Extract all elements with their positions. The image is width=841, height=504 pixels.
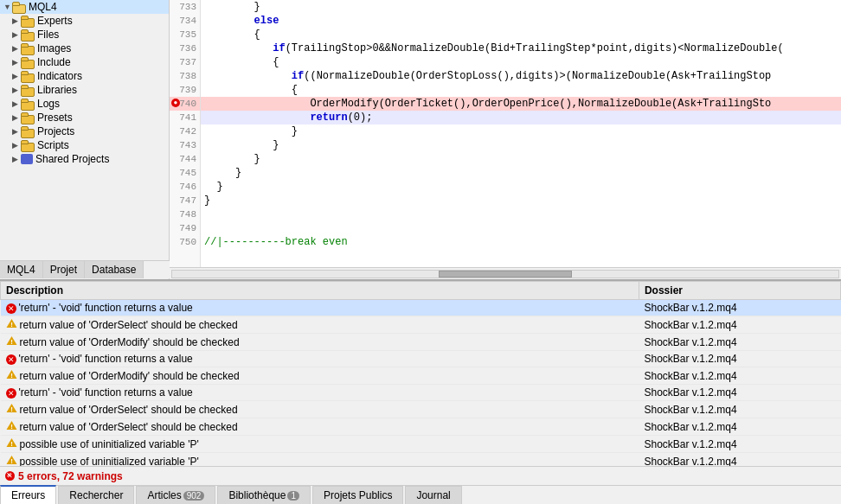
sidebar-label-mql4: MQL4: [29, 1, 57, 13]
code-line-733: }: [201, 0, 841, 14]
bottom-tab-bar: ErreursRechercherArticles902Bibliothèque…: [0, 485, 841, 504]
error-table[interactable]: Description Dossier ✕'return' - 'void' f…: [0, 281, 841, 466]
svg-text:!: !: [10, 405, 13, 413]
tab-badge: 1: [287, 491, 299, 501]
error-description: ✕'return' - 'void' function returns a va…: [1, 385, 639, 401]
sidebar-item-images[interactable]: ▶ Images: [0, 41, 169, 55]
sidebar-label-include: Include: [37, 56, 71, 68]
table-row[interactable]: !return value of 'OrderModify' should be…: [1, 367, 841, 385]
line-748: 748: [170, 207, 200, 221]
line-749: 749: [170, 221, 200, 235]
code-line-736: if(TrailingStop>0&&NormalizeDouble(Bid+T…: [201, 41, 841, 55]
table-row[interactable]: !return value of 'OrderModify' should be…: [1, 334, 841, 351]
line-733: 733: [170, 0, 200, 14]
code-view[interactable]: 733 734 735 736 737 738 739 ● 740 741 74…: [170, 0, 841, 267]
error-description: !return value of 'OrderSelect' should be…: [1, 401, 639, 418]
line-743: 743: [170, 138, 200, 152]
code-line-737: {: [201, 55, 841, 69]
line-738: 738: [170, 69, 200, 83]
folder-files-icon: [21, 29, 35, 40]
error-dossier: ShockBar v.1.2.mq4: [639, 334, 840, 351]
svg-text:!: !: [10, 321, 13, 329]
code-line-740: OrderModify(OrderTicket(),OrderOpenPrice…: [201, 97, 841, 111]
sidebar-item-logs[interactable]: ▶ Logs: [0, 97, 169, 111]
sidebar-item-experts[interactable]: ▶ Experts: [0, 14, 169, 28]
error-description: !possible use of uninitialized variable …: [1, 453, 639, 467]
sidebar-item-projects[interactable]: ▶ Projects: [0, 124, 169, 138]
sidebar-item-mql4[interactable]: ▼ MQL4: [0, 0, 169, 14]
svg-text:!: !: [10, 338, 13, 346]
bottom-tab-projets-publics[interactable]: Projets Publics: [312, 486, 403, 504]
sidebar-item-scripts[interactable]: ▶ Scripts: [0, 138, 169, 152]
tab-projet[interactable]: Projet: [43, 261, 85, 278]
sidebar-item-presets[interactable]: ▶ Presets: [0, 111, 169, 124]
line-745: 745: [170, 166, 200, 180]
sidebar-item-indicators[interactable]: ▶ Indicators: [0, 69, 169, 83]
error-dossier: ShockBar v.1.2.mq4: [639, 367, 840, 385]
tab-mql4[interactable]: MQL4: [0, 261, 43, 278]
warning-row-icon: !: [6, 437, 17, 450]
tab-database[interactable]: Database: [85, 261, 144, 278]
folder-libraries-icon: [21, 85, 35, 95]
code-lines[interactable]: } else { if(TrailingStop>0&&NormalizeDou…: [201, 0, 841, 267]
sidebar-label-presets: Presets: [37, 112, 73, 124]
table-row[interactable]: ✕'return' - 'void' function returns a va…: [1, 351, 841, 367]
line-741: 741: [170, 111, 200, 124]
bottom-tab-label: Journal: [416, 489, 450, 501]
code-line-738: if((NormalizeDouble(OrderStopLoss(),digi…: [201, 69, 841, 83]
expand-icon: ▶: [12, 141, 21, 150]
table-row[interactable]: !return value of 'OrderSelect' should be…: [1, 316, 841, 334]
expand-icon: ▼: [3, 3, 12, 11]
line-737: 737: [170, 55, 200, 69]
sidebar-item-include[interactable]: ▶ Include: [0, 55, 169, 69]
code-line-747: }: [201, 194, 841, 207]
editor-tab-bar: MQL4 Projet Database: [0, 260, 170, 278]
sidebar-label-libraries: Libraries: [37, 84, 77, 96]
status-text: 5 errors, 72 warnings: [18, 470, 123, 482]
code-line-735: {: [201, 28, 841, 41]
code-line-749: [201, 221, 841, 235]
expand-icon: ▶: [12, 58, 21, 67]
bottom-tab-articles[interactable]: Articles902: [136, 486, 215, 504]
col-dossier: Dossier: [639, 282, 840, 300]
bottom-tab-journal[interactable]: Journal: [405, 486, 461, 504]
scrollbar-thumb[interactable]: [439, 271, 572, 278]
table-row[interactable]: ✕'return' - 'void' function returns a va…: [1, 385, 841, 401]
folder-logs-icon: [21, 99, 35, 109]
sidebar-item-shared-projects[interactable]: ▶ Shared Projects: [0, 152, 169, 166]
table-row[interactable]: !return value of 'OrderSelect' should be…: [1, 418, 841, 436]
error-dossier: ShockBar v.1.2.mq4: [639, 401, 840, 418]
line-746: 746: [170, 180, 200, 194]
table-row[interactable]: ✕'return' - 'void' function returns a va…: [1, 300, 841, 316]
horizontal-scrollbar[interactable]: [170, 267, 841, 279]
sidebar-label-experts: Experts: [37, 15, 73, 27]
warning-row-icon: !: [6, 335, 17, 348]
scrollbar-track[interactable]: [171, 270, 839, 278]
bottom-tab-bibliothèque[interactable]: Bibliothèque1: [217, 486, 311, 504]
status-error-icon: ✕: [5, 471, 15, 481]
sidebar-label-scripts: Scripts: [37, 139, 69, 151]
expand-icon: ▶: [12, 72, 21, 80]
error-row-icon: ✕: [6, 354, 16, 365]
folder-mql4-icon: [12, 2, 26, 12]
table-row[interactable]: !return value of 'OrderSelect' should be…: [1, 401, 841, 418]
error-dossier: ShockBar v.1.2.mq4: [639, 453, 840, 467]
error-dossier: ShockBar v.1.2.mq4: [639, 436, 840, 453]
folder-presets-icon: [21, 112, 35, 123]
folder-indicators-icon: [21, 71, 35, 81]
expand-icon: ▶: [12, 127, 21, 136]
bottom-tab-rechercher[interactable]: Rechercher: [58, 486, 134, 504]
error-dossier: ShockBar v.1.2.mq4: [639, 351, 840, 367]
warning-row-icon: !: [6, 369, 17, 382]
folder-experts-icon: [21, 16, 35, 26]
sidebar: ▼ MQL4 ▶ Experts ▶ Files ▶ Images ▶ Incl…: [0, 0, 170, 279]
table-row[interactable]: !possible use of uninitialized variable …: [1, 436, 841, 453]
sidebar-item-files[interactable]: ▶ Files: [0, 28, 169, 41]
warning-row-icon: !: [6, 318, 17, 331]
bottom-tab-erreurs[interactable]: Erreurs: [0, 485, 56, 504]
line-numbers: 733 734 735 736 737 738 739 ● 740 741 74…: [170, 0, 201, 267]
table-row[interactable]: !possible use of uninitialized variable …: [1, 453, 841, 467]
error-dossier: ShockBar v.1.2.mq4: [639, 385, 840, 401]
line-750: 750: [170, 235, 200, 249]
sidebar-item-libraries[interactable]: ▶ Libraries: [0, 83, 169, 97]
